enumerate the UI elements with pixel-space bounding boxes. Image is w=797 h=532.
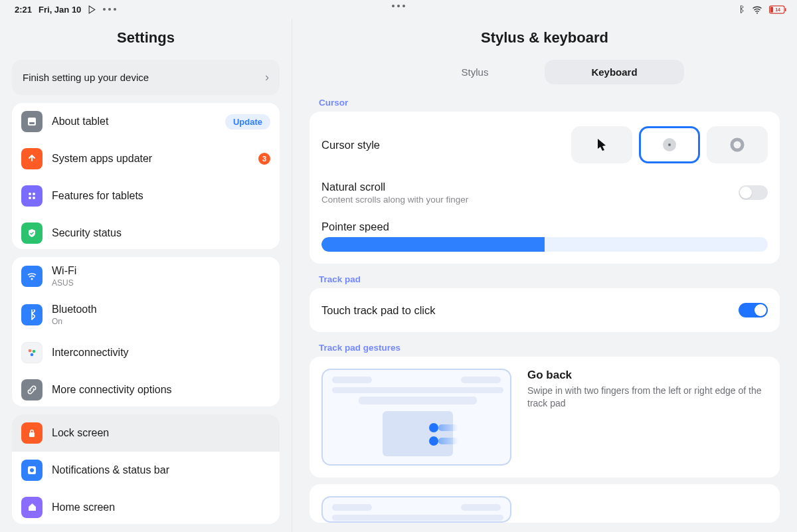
sidebar-item-about-tablet[interactable]: About tablet Update (12, 103, 280, 140)
pointer-speed-fill (321, 237, 545, 252)
count-badge: 3 (258, 153, 270, 165)
features-icon (21, 185, 43, 207)
updater-icon (21, 148, 43, 169)
status-time: 2:21 (15, 5, 32, 15)
cursor-option-ring[interactable] (707, 126, 768, 163)
svg-point-11 (31, 278, 33, 280)
status-date: Fri, Jan 10 (39, 5, 81, 15)
svg-point-17 (30, 468, 34, 472)
chevron-right-icon: › (265, 70, 269, 84)
lock-icon (21, 422, 43, 444)
status-bar: 2:21 Fri, Jan 10 14 (0, 0, 797, 19)
settings-sidebar: Settings Finish setting up your device ›… (0, 19, 292, 532)
natural-scroll-sub: Content scrolls along with your finger (321, 195, 468, 205)
gesture-illustration-partial (321, 496, 511, 523)
touch-click-label: Touch track pad to click (321, 304, 436, 317)
gesture-title: Go back (527, 369, 766, 382)
bluetooth-status-icon (737, 5, 745, 14)
sidebar-title: Settings (12, 29, 280, 46)
gesture-desc: Swipe in with two fingers from the left … (527, 385, 766, 410)
svg-point-8 (33, 193, 35, 195)
finish-setup-card[interactable]: Finish setting up your device › (12, 60, 280, 95)
svg-text:14: 14 (775, 7, 780, 12)
interconnectivity-icon (21, 342, 43, 363)
pointer-speed-label: Pointer speed (321, 221, 768, 233)
page-title: Stylus & keyboard (310, 29, 780, 46)
svg-point-12 (29, 349, 32, 353)
section-gestures: Track pad gestures (310, 336, 780, 357)
finish-setup-label: Finish setting up your device (23, 72, 149, 83)
sidebar-item-lock-screen[interactable]: Lock screen (12, 414, 280, 452)
svg-point-7 (29, 193, 31, 195)
home-icon (21, 497, 43, 518)
gesture-go-back[interactable]: Go back Swipe in with two fingers from t… (310, 357, 780, 478)
sidebar-item-home-screen[interactable]: Home screen (12, 489, 280, 524)
update-badge: Update (225, 114, 270, 130)
natural-scroll-label: Natural scroll (321, 181, 468, 193)
sidebar-item-security[interactable]: Security status (12, 215, 280, 249)
sidebar-item-notifications[interactable]: Notifications & status bar (12, 452, 280, 489)
touch-click-toggle[interactable] (739, 303, 768, 317)
svg-point-10 (33, 197, 35, 199)
tablet-icon (21, 111, 43, 132)
ring-cursor-icon (730, 137, 745, 152)
dot-cursor-icon (662, 137, 677, 152)
gesture-illustration (321, 369, 511, 466)
sidebar-item-features[interactable]: Features for tablets (12, 177, 280, 215)
sidebar-item-interconnectivity[interactable]: Interconnectivity (12, 334, 280, 371)
cursor-option-dot[interactable] (639, 126, 700, 163)
bluetooth-icon (21, 304, 43, 325)
wifi-icon (21, 266, 43, 287)
sidebar-item-bluetooth[interactable]: Bluetooth On (12, 296, 280, 334)
sidebar-item-wifi[interactable]: Wi-Fi ASUS (12, 257, 280, 296)
pointer-speed-slider[interactable] (321, 237, 768, 252)
svg-point-0 (756, 12, 758, 13)
battery-status-icon: 14 (769, 5, 786, 14)
tab-bar: Stylus Keyboard (405, 60, 684, 84)
play-store-icon (88, 5, 96, 14)
svg-point-9 (29, 197, 31, 199)
section-cursor: Cursor (310, 91, 780, 112)
svg-point-19 (668, 143, 671, 146)
cursor-option-arrow[interactable] (571, 126, 632, 163)
svg-rect-6 (29, 122, 35, 124)
section-trackpad: Track pad (310, 268, 780, 288)
tab-stylus[interactable]: Stylus (405, 60, 545, 84)
sidebar-item-system-updater[interactable]: System apps updater 3 (12, 140, 280, 177)
wifi-status-icon (752, 5, 762, 14)
notifications-icon (21, 460, 43, 481)
cursor-style-label: Cursor style (321, 139, 380, 151)
shield-check-icon (21, 222, 43, 244)
svg-point-14 (31, 353, 34, 357)
svg-rect-15 (29, 432, 35, 437)
gesture-next[interactable] (310, 484, 780, 523)
svg-rect-2 (770, 7, 773, 13)
arrow-cursor-icon (595, 137, 608, 152)
svg-point-13 (33, 350, 36, 353)
svg-rect-3 (785, 7, 786, 11)
svg-rect-5 (28, 118, 36, 126)
natural-scroll-toggle[interactable] (739, 185, 768, 200)
sidebar-item-more-connectivity[interactable]: More connectivity options (12, 371, 280, 406)
more-icon[interactable] (392, 5, 405, 7)
link-icon (21, 379, 43, 400)
svg-point-20 (732, 139, 743, 150)
tab-keyboard[interactable]: Keyboard (545, 60, 684, 84)
main-panel: Stylus & keyboard Stylus Keyboard Cursor… (292, 19, 797, 532)
